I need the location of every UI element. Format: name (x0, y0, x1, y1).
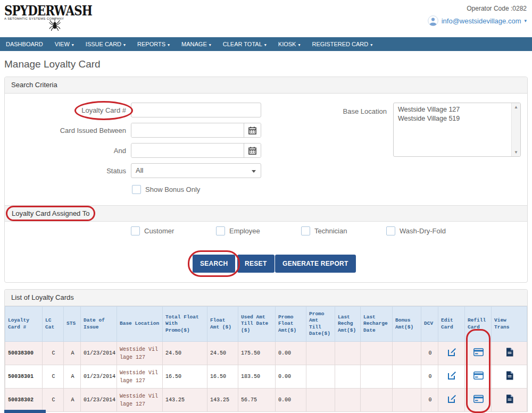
loyalty-card-number-input[interactable] (131, 103, 261, 117)
column-header: Date of Issue (81, 307, 117, 342)
base-location-option[interactable]: Westside Village 127 (398, 105, 508, 114)
dropdown-caret-icon: ▾ (209, 43, 211, 47)
base-location-options: Westside Village 127Westside Village 519 (398, 105, 508, 123)
edit-card-icon[interactable] (447, 348, 456, 359)
page-title: Manage Loyalty Card (4, 58, 532, 70)
listbox-scrollbar[interactable]: ▲ ▼ (511, 103, 520, 156)
table-cell: A (64, 365, 81, 389)
table-row: 50038301CA01/23/2014Westside Village 127… (5, 365, 527, 389)
view-trans-cell (492, 389, 527, 412)
table-cell (306, 389, 335, 412)
refill-card-icon[interactable] (473, 348, 484, 359)
column-header: Refill Card (465, 307, 492, 342)
table-cell (306, 342, 335, 365)
table-cell: 24.50 (207, 342, 238, 365)
table-cell: Westside Village 127 (117, 342, 163, 365)
issued-between-label-wrap: Card Issued Between (5, 123, 126, 138)
status-selected-value: All (136, 166, 143, 174)
column-header: Edit Card (438, 307, 465, 342)
nav-item-dashboard[interactable]: DASHBOARD (0, 37, 49, 51)
issued-until-date-input[interactable] (131, 144, 244, 157)
column-header: Total Float With Promo($) (163, 307, 207, 342)
nav-item-issue-card[interactable]: ISSUE CARD▾ (80, 37, 131, 51)
spyderwash-logo[interactable]: SPYDERWASH A SETOMATIC SYSTEMS COMPANY (4, 3, 95, 20)
table-cell: 0 (421, 389, 438, 412)
table-cell: 175.50 (238, 342, 276, 365)
nav-item-clear-total[interactable]: CLEAR TOTAL▾ (217, 37, 272, 51)
table-cell: 16.50 (207, 365, 238, 389)
footer-partial-element (4, 410, 46, 413)
refill-card-icon[interactable] (473, 395, 484, 406)
table-cell: A (64, 389, 81, 412)
base-location-listbox[interactable]: Westside Village 127Westside Village 519… (393, 103, 521, 157)
employee-label: Employee (229, 226, 260, 235)
table-cell (361, 389, 393, 412)
loyalty-cards-panel: List of Loyalty Cards Loyalty Card #LC C… (4, 289, 528, 412)
search-criteria-panel: Search Criteria Loyalty Card # Card Issu… (4, 77, 528, 283)
table-cell (393, 342, 421, 365)
refill-card-cell (465, 365, 492, 389)
table-cell: 24.50 (163, 342, 207, 365)
table-cell (361, 365, 393, 389)
dropdown-caret-icon: ▾ (298, 43, 300, 47)
loyalty-card-label-wrap: Loyalty Card # (5, 103, 126, 117)
nav-item-view[interactable]: VIEW▾ (49, 37, 80, 51)
wash-dry-fold-checkbox[interactable] (386, 226, 395, 235)
nav-item-registered-card[interactable]: REGISTERED CARD▾ (306, 37, 378, 51)
view-trans-cell (492, 342, 527, 365)
issued-between-calendar-button[interactable] (244, 123, 261, 137)
show-bonus-only-checkbox[interactable] (132, 185, 141, 194)
table-cell: C (43, 365, 64, 389)
loyalty-cards-table: Loyalty Card #LC CatSTSDate of IssueBase… (5, 306, 527, 412)
view-trans-icon[interactable] (506, 394, 513, 406)
edit-card-cell (438, 342, 465, 365)
table-cell (393, 365, 421, 389)
nav-item-reports[interactable]: REPORTS▾ (131, 37, 176, 51)
table-cell: C (43, 389, 64, 412)
status-select[interactable]: All (131, 163, 261, 178)
dropdown-caret-icon: ▾ (264, 43, 267, 47)
scroll-up-icon[interactable]: ▲ (512, 105, 520, 109)
base-location-option[interactable]: Westside Village 519 (398, 114, 508, 123)
technician-label: Technician (314, 226, 347, 235)
edit-card-icon[interactable] (447, 394, 456, 406)
edit-card-cell (438, 365, 465, 389)
nav-item-kiosk[interactable]: KIOSK▾ (272, 37, 306, 51)
technician-checkbox[interactable] (301, 226, 310, 235)
header-right: Operator Code :0282 info@westsidevillage… (428, 5, 527, 26)
view-trans-icon[interactable] (506, 371, 513, 383)
column-header: Promo Amt Till Date($) (306, 307, 335, 342)
table-cell: 0.00 (276, 389, 306, 412)
column-header: Promo Float Amt($) (276, 307, 306, 342)
table-cell: 0 (421, 342, 438, 365)
account-menu[interactable]: info@westsidevillage.com ▾ (428, 15, 527, 26)
column-header: Bonus Amt($) (393, 307, 421, 342)
calendar-icon (248, 147, 256, 155)
status-label: Status (106, 166, 126, 176)
logo-title: SPYDERWASH (4, 3, 78, 19)
table-cell (335, 389, 361, 412)
view-trans-icon[interactable] (506, 348, 513, 359)
customer-label: Customer (144, 226, 174, 235)
edit-card-icon[interactable] (447, 371, 456, 383)
table-cell (393, 389, 421, 412)
issued-between-date-input[interactable] (131, 123, 244, 137)
search-button[interactable]: SEARCH (193, 255, 235, 273)
table-cell: Westside Village 127 (117, 389, 163, 412)
customer-checkbox[interactable] (131, 226, 140, 235)
loyalty-card-number-label: Loyalty Card # (81, 105, 126, 116)
reset-button[interactable]: RESET (237, 255, 275, 273)
loyalty-cards-heading: List of Loyalty Cards (5, 290, 527, 306)
column-header: Last Recharge Date (361, 307, 393, 342)
table-cell (335, 342, 361, 365)
generate-report-button[interactable]: GENERATE REPORT (275, 255, 356, 273)
refill-card-icon[interactable] (473, 372, 484, 382)
issued-until-calendar-button[interactable] (244, 144, 261, 157)
employee-checkbox[interactable] (216, 226, 225, 235)
nav-item-manage[interactable]: MANAGE▾ (176, 37, 217, 51)
scroll-down-icon[interactable]: ▼ (512, 150, 520, 155)
and-label-wrap: And (5, 143, 126, 158)
search-criteria-body: Loyalty Card # Card Issued Between (5, 94, 527, 282)
table-header-row: Loyalty Card #LC CatSTSDate of IssueBase… (5, 307, 527, 342)
wash-dry-fold-label: Wash-Dry-Fold (400, 226, 446, 235)
